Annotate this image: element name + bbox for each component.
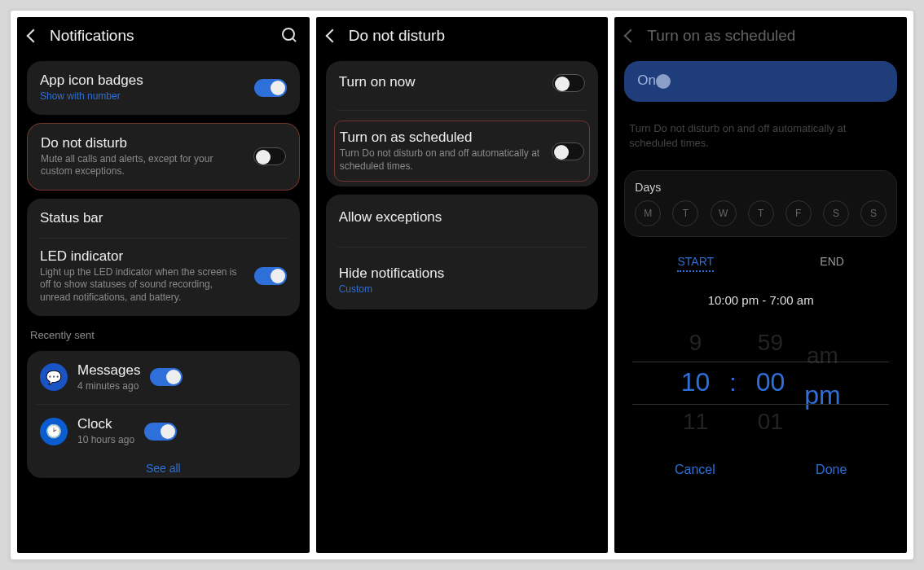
toggle-do-not-disturb[interactable] [253, 147, 286, 165]
list-item[interactable]: 💬 Messages 4 minutes ago [37, 354, 290, 401]
toggle-app[interactable] [150, 368, 183, 386]
option-title: LED indicator [40, 248, 244, 265]
day-chip[interactable]: S [860, 200, 887, 226]
option-on[interactable]: On [624, 61, 897, 102]
option-title: On [637, 72, 656, 89]
days-row: M T W T F S S [635, 194, 887, 226]
app-name: Clock [77, 416, 134, 432]
toggle-app[interactable] [144, 423, 177, 441]
page-title: Notifications [50, 27, 271, 45]
composite-frame: Notifications App icon badges Show with … [10, 10, 914, 560]
topbar: Turn on as scheduled [614, 17, 907, 56]
day-chip[interactable]: S [823, 200, 849, 226]
picker-ampm[interactable]: am pm [804, 343, 840, 422]
option-title: App icon badges [40, 72, 244, 89]
cancel-button[interactable]: Cancel [675, 463, 715, 477]
app-time: 10 hours ago [77, 434, 134, 447]
option-turn-on-now[interactable]: Turn on now [339, 66, 586, 100]
screen-notifications: Notifications App icon badges Show with … [17, 17, 310, 553]
toggle-turn-on-now[interactable] [552, 74, 585, 92]
day-chip[interactable]: M [635, 200, 661, 226]
time-picker[interactable]: 9 10 11 : 59 00 01 am pm [624, 330, 897, 435]
option-title: Do not disturb [41, 135, 244, 151]
option-subtitle: Show with number [40, 90, 244, 103]
option-title: Turn on now [339, 74, 543, 90]
option-allow-exceptions[interactable]: Allow exceptions [339, 200, 586, 237]
option-subtitle: Turn Do not disturb on and off automatic… [340, 147, 543, 173]
option-led-indicator[interactable]: LED indicator Light up the LED indicator… [40, 248, 287, 305]
list-item[interactable]: 🕑 Clock 10 hours ago [37, 408, 290, 455]
toggle-app-icon-badges[interactable] [254, 79, 287, 97]
card-status-led: Status bar LED indicator Light up the LE… [27, 199, 300, 316]
back-icon[interactable] [325, 29, 339, 43]
option-subtitle: Custom [339, 283, 586, 296]
toggle-led-indicator[interactable] [254, 267, 287, 285]
back-icon[interactable] [27, 29, 41, 43]
clock-icon: 🕑 [40, 418, 68, 445]
start-end-tabs: START END [624, 245, 897, 277]
card-exceptions: Allow exceptions Hide notifications Cust… [326, 195, 599, 309]
search-icon[interactable] [282, 28, 298, 44]
option-turn-on-as-scheduled[interactable]: Turn on as scheduled Turn Do not disturb… [334, 121, 591, 182]
option-title: Hide notifications [339, 265, 586, 282]
option-title: Turn on as scheduled [340, 129, 543, 146]
day-chip[interactable]: F [785, 200, 812, 226]
tab-start[interactable]: START [677, 255, 714, 272]
done-button[interactable]: Done [816, 463, 847, 477]
app-time: 4 minutes ago [77, 380, 140, 393]
topbar: Do not disturb [316, 17, 609, 56]
option-hide-notifications[interactable]: Hide notifications Custom [339, 257, 586, 305]
option-title: Allow exceptions [339, 209, 442, 226]
page-title: Turn on as scheduled [647, 27, 895, 45]
option-do-not-disturb[interactable]: Do not disturb Mute all calls and alerts… [27, 123, 300, 191]
option-title: Status bar [40, 210, 103, 226]
description-text: Turn Do not disturb on and off automatic… [624, 110, 897, 162]
time-summary: 10:00 pm - 7:00 am [624, 285, 897, 322]
option-app-icon-badges[interactable]: App icon badges Show with number [27, 61, 300, 115]
card-turn-on: Turn on now Turn on as scheduled Turn Do… [326, 61, 599, 186]
topbar: Notifications [17, 17, 310, 56]
option-subtitle: Light up the LED indicator when the scre… [40, 266, 244, 305]
see-all-link[interactable]: See all [37, 455, 290, 475]
app-name: Messages [77, 362, 140, 379]
section-recently-sent: Recently sent [27, 324, 300, 343]
day-chip[interactable]: W [711, 200, 737, 226]
day-chip[interactable]: T [672, 200, 698, 226]
messages-icon: 💬 [40, 363, 68, 391]
back-icon[interactable] [624, 29, 638, 43]
dialog-actions: Cancel Done [624, 451, 897, 489]
toggle-on-knob[interactable] [656, 74, 671, 89]
days-label: Days [635, 181, 887, 194]
recently-sent-list: 💬 Messages 4 minutes ago 🕑 Clock 10 hour… [27, 351, 300, 478]
screen-turn-on-as-scheduled: Turn on as scheduled On Turn Do not dist… [614, 17, 907, 553]
tab-end[interactable]: END [820, 255, 844, 272]
option-subtitle: Mute all calls and alerts, except for yo… [41, 153, 244, 178]
picker-minute[interactable]: 59 00 01 [756, 330, 785, 435]
screen-do-not-disturb: Do not disturb Turn on now Turn on as sc… [316, 17, 609, 553]
picker-colon: : [729, 369, 736, 397]
picker-hour[interactable]: 9 10 11 [681, 330, 711, 435]
days-card: Days M T W T F S S [624, 170, 897, 237]
day-chip[interactable]: T [748, 200, 774, 226]
option-status-bar[interactable]: Status bar [40, 210, 287, 228]
page-title: Do not disturb [349, 27, 597, 45]
toggle-turn-on-as-scheduled[interactable] [552, 142, 584, 160]
